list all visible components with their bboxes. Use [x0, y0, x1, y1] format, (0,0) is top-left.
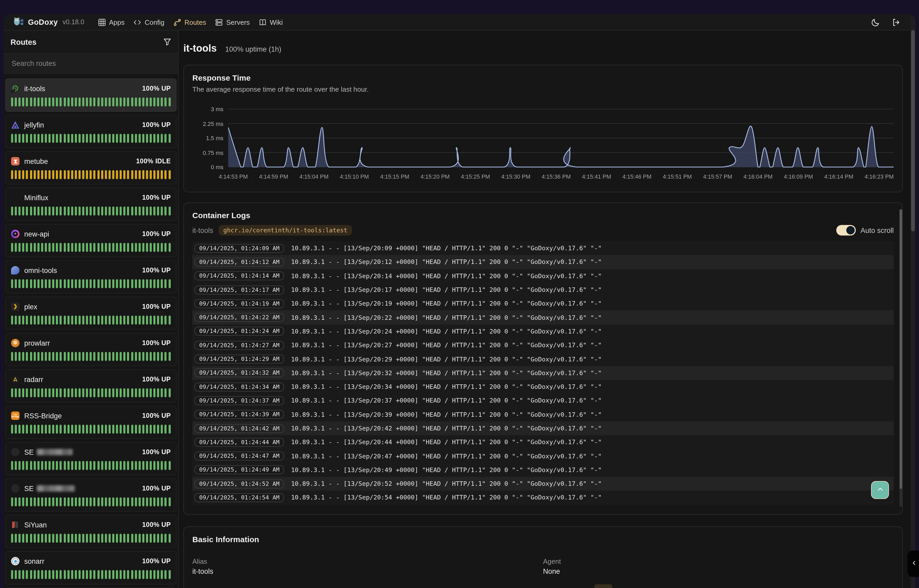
nav-item-config[interactable]: Config — [134, 18, 165, 26]
x-tick-label: 4:14:53 PM — [219, 173, 248, 180]
search-input[interactable] — [4, 60, 178, 68]
uptime-bar — [97, 352, 99, 361]
route-item-omni-tools[interactable]: omni-tools100% UP — [5, 260, 176, 294]
uptime-bar — [150, 170, 152, 179]
uptime-bar — [67, 170, 69, 179]
route-item-rss-bridge[interactable]: rssBridgeRSS-Bridge100% UP — [5, 406, 176, 439]
x-tick-label: 4:15:57 PM — [703, 173, 732, 180]
uptime-bar — [45, 279, 47, 288]
uptime-bar — [161, 425, 163, 434]
uptime-bar — [146, 134, 148, 143]
nav-item-wiki[interactable]: Wiki — [259, 18, 283, 26]
uptime-bar — [30, 134, 32, 143]
logout-icon[interactable] — [892, 18, 901, 27]
nav-item-label: Wiki — [270, 18, 283, 26]
route-item-siyuan[interactable]: SiYuan100% UP — [5, 515, 176, 548]
uptime-bar — [86, 425, 88, 434]
uptime-bar — [23, 352, 24, 361]
nav-item-apps[interactable]: Apps — [98, 18, 124, 26]
uptime-bar — [37, 170, 40, 179]
search-row — [4, 54, 178, 74]
uptime-bar — [63, 279, 66, 288]
nav-item-routes[interactable]: Routes — [173, 18, 206, 26]
uptime-bar — [86, 316, 88, 325]
page-scrollbar[interactable] — [911, 14, 915, 588]
log-scrollbar-thumb[interactable] — [900, 209, 902, 489]
route-item-prowlarr[interactable]: prowlarr100% UP — [5, 333, 176, 366]
uptime-bar — [165, 534, 167, 543]
uptime-bar — [37, 207, 40, 215]
uptime-bar — [120, 134, 122, 143]
uptime-bar — [75, 243, 77, 252]
uptime-bar — [18, 425, 21, 434]
chevron-left-icon — [911, 559, 917, 569]
uptime-bar — [45, 498, 47, 506]
page-scrollbar-thumb[interactable] — [911, 30, 915, 231]
uptime-bar — [67, 134, 69, 143]
uptime-bar — [34, 352, 36, 361]
log-output[interactable]: 09/14/2025, 01:24:09 AM10.89.3.1 - - [13… — [192, 241, 894, 505]
autoscroll-toggle[interactable] — [836, 225, 856, 236]
uptime-bar — [11, 388, 13, 397]
brand[interactable]: GoDoxy v0.18.0 — [13, 16, 84, 29]
moon-icon[interactable] — [871, 18, 880, 27]
route-item-se[interactable]: SE100% UP — [5, 478, 176, 512]
route-item-plex[interactable]: plex100% UP — [5, 297, 176, 330]
route-item-it-tools[interactable]: ⚙it-tools100% UP — [5, 79, 176, 112]
route-item-metube[interactable]: metube100% IDLE — [5, 151, 176, 184]
uptime-bar — [124, 388, 126, 397]
uptime-bar — [45, 207, 47, 215]
route-item-new-api[interactable]: +new-api100% UP — [5, 224, 176, 257]
uptime-bar — [18, 534, 21, 543]
collapse-drawer-handle[interactable] — [908, 551, 919, 577]
log-timestamp: 09/14/2025, 01:24:49 AM — [194, 465, 284, 475]
uptime-bar — [60, 279, 62, 288]
uptime-bar — [116, 170, 118, 179]
uptime-bar — [86, 279, 88, 288]
route-item-sonarr[interactable]: sonarr100% UP — [5, 551, 176, 584]
nav-items: AppsConfigRoutesServersWiki — [98, 18, 283, 26]
uptime-bar — [101, 170, 103, 179]
uptime-bar — [79, 207, 81, 215]
uptime-bar — [138, 97, 141, 107]
uptime-bar — [94, 207, 95, 215]
nav-item-label: Config — [145, 18, 165, 26]
book-icon — [259, 18, 266, 26]
uptime-bar — [45, 425, 47, 434]
uptime-bar — [37, 388, 40, 397]
uptime-bar — [153, 570, 155, 579]
uptime-bar — [79, 388, 81, 397]
uptime-bar — [90, 498, 92, 506]
funnel-icon[interactable] — [163, 38, 171, 46]
log-scrollbar[interactable] — [900, 209, 902, 507]
log-message: 10.89.3.1 - - [13/Sep/20:12 +0000] "HEAD… — [291, 258, 602, 266]
uptime-bar — [146, 461, 148, 470]
uptime-bar — [34, 97, 36, 107]
route-item-radarr[interactable]: radarr100% UP — [5, 369, 176, 402]
uptime-bar — [127, 170, 129, 179]
uptime-bar — [30, 498, 32, 506]
uptime-bar — [23, 534, 24, 543]
route-item-miniflux[interactable]: Miniflux100% UP — [5, 187, 176, 221]
route-item-jellyfin[interactable]: jellyfin100% UP — [5, 115, 176, 148]
uptime-bar — [67, 279, 69, 288]
uptime-bar — [45, 534, 47, 543]
uptime-bar — [97, 461, 99, 470]
uptime-bar — [101, 425, 103, 434]
log-timestamp: 09/14/2025, 01:24:09 AM — [194, 244, 284, 253]
route-item-se[interactable]: SE100% UP — [5, 442, 176, 475]
uptime-bar — [105, 425, 107, 434]
uptime-bar — [41, 97, 43, 107]
nav-item-servers[interactable]: Servers — [215, 18, 250, 26]
info-field-alias: Aliasit-tools — [192, 557, 543, 575]
uptime-bar — [41, 425, 43, 434]
uptime-bar — [101, 97, 103, 107]
uptime-bar — [97, 243, 99, 252]
uptime-bar — [124, 534, 126, 543]
uptime-bar — [150, 570, 152, 579]
scroll-to-top-button[interactable] — [871, 481, 889, 499]
uptime-bar — [105, 207, 107, 215]
uptime-bar — [153, 243, 155, 252]
uptime-bar — [165, 134, 167, 143]
uptime-bar — [37, 534, 40, 543]
